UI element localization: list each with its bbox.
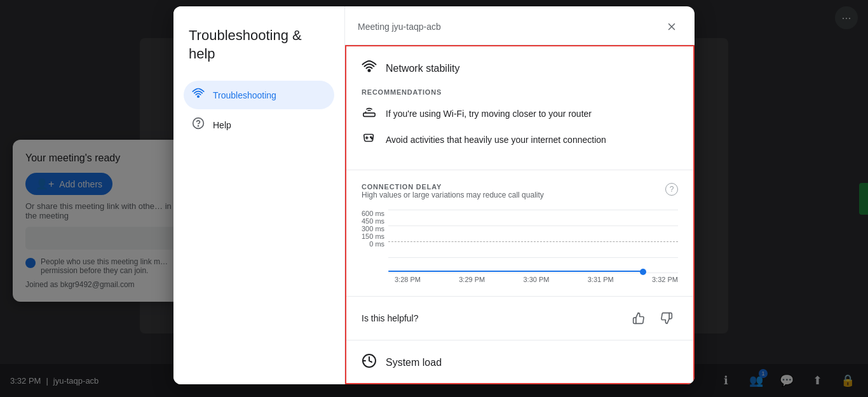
rec-item-gaming: Avoid activities that heavily use your i… [362, 131, 678, 148]
network-stability-header: Network stability [362, 59, 678, 78]
chart-wrapper: 600 ms 450 ms 300 ms 150 ms 0 ms [362, 210, 678, 273]
grid-line-dashed [388, 241, 678, 243]
nav-item-help[interactable]: Help [184, 111, 334, 139]
dialog-header: Meeting jyu-taqp-acb [345, 6, 695, 45]
delay-header-row: CONNECTION DELAY High values or large va… [362, 183, 678, 207]
y-label-300: 300 ms [362, 225, 384, 232]
dialog-overlay: Troubleshooting & help Troubleshooting [0, 0, 868, 397]
x-label-328: 3:28 PM [395, 276, 421, 283]
system-load-title: System load [386, 357, 442, 368]
nav-item-troubleshooting[interactable]: Troubleshooting [184, 81, 334, 109]
svg-point-0 [198, 96, 200, 98]
system-load-header: System load [362, 353, 678, 372]
rec-gaming-text: Avoid activities that heavily use your i… [386, 135, 606, 145]
content-scroll-area[interactable]: Network stability RECOMMENDATIONS [345, 45, 695, 384]
x-label-330: 3:30 PM [524, 276, 550, 283]
network-stability-icon [362, 59, 377, 78]
helpful-question: Is this helpful? [362, 313, 419, 323]
network-stability-title: Network stability [386, 63, 459, 74]
chart-x-labels: 3:28 PM 3:29 PM 3:30 PM 3:31 PM 3:32 PM [362, 276, 678, 283]
helpful-buttons [627, 307, 678, 330]
connection-delay-label: CONNECTION DELAY [362, 183, 544, 191]
connection-delay-subtitle: High values or large variations may redu… [362, 191, 544, 199]
y-label-150: 150 ms [362, 232, 384, 240]
thumbs-up-button[interactable] [627, 307, 650, 330]
chart-area [388, 210, 678, 273]
rec-wifi-text: If you're using Wi-Fi, try moving closer… [386, 109, 592, 119]
gamepad-icon [362, 131, 377, 148]
network-stability-section: Network stability RECOMMENDATIONS [346, 46, 693, 170]
dialog-nav-panel: Troubleshooting & help Troubleshooting [173, 6, 345, 384]
x-label-332: 3:32 PM [652, 276, 678, 283]
system-load-icon [362, 353, 377, 372]
delay-title-group: CONNECTION DELAY High values or large va… [362, 183, 544, 207]
helpful-section: Is this helpful? [346, 297, 693, 340]
dialog-content-panel: Meeting jyu-taqp-acb [345, 6, 695, 384]
troubleshooting-nav-icon [191, 87, 205, 103]
close-button[interactable] [661, 17, 682, 37]
recommendations-label: RECOMMENDATIONS [362, 88, 678, 96]
svg-rect-6 [363, 113, 375, 117]
chart-y-labels: 600 ms 450 ms 300 ms 150 ms 0 ms [362, 210, 388, 260]
router-icon [362, 105, 377, 122]
svg-point-5 [369, 70, 370, 72]
troubleshooting-dialog: Troubleshooting & help Troubleshooting [173, 6, 695, 384]
grid-line-4 [388, 257, 678, 258]
dialog-header-title: Meeting jyu-taqp-acb [358, 22, 441, 32]
nav-item-troubleshooting-label: Troubleshooting [213, 90, 276, 100]
y-label-450: 450 ms [362, 217, 384, 225]
y-label-600: 600 ms [362, 210, 384, 217]
system-load-recs-label: RECOMMENDATIONS [362, 382, 678, 384]
y-label-0: 0 ms [362, 240, 384, 248]
help-nav-icon [191, 117, 205, 133]
x-label-329: 3:29 PM [459, 276, 485, 283]
grid-line-2 [388, 225, 678, 226]
thumbs-down-button[interactable] [655, 307, 678, 330]
system-load-section: System load RECOMMENDATIONS [346, 340, 693, 384]
connection-delay-section: CONNECTION DELAY High values or large va… [346, 170, 693, 297]
rec-item-wifi: If you're using Wi-Fi, try moving closer… [362, 105, 678, 122]
data-line [388, 271, 643, 272]
delay-help-button[interactable]: ? [665, 183, 678, 196]
nav-item-help-label: Help [213, 120, 231, 130]
grid-line-bottom [388, 273, 678, 273]
grid-line-top [388, 210, 678, 210]
x-label-331: 3:31 PM [588, 276, 614, 283]
dialog-nav-title: Troubleshooting & help [184, 27, 334, 63]
data-point [640, 269, 646, 275]
